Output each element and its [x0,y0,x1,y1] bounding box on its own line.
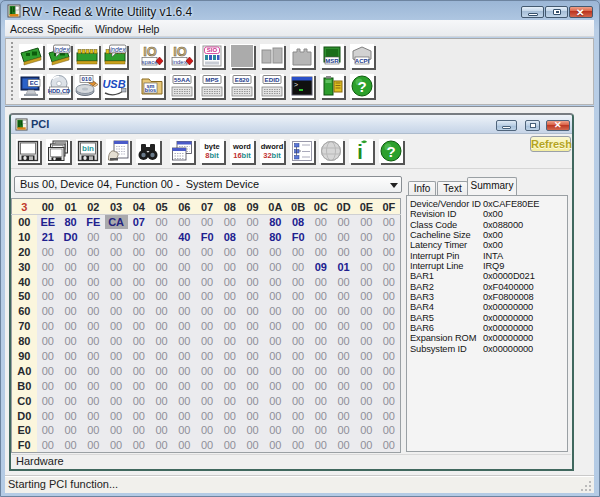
svg-text:MPS: MPS [205,76,218,83]
svg-text:IO: IO [143,44,157,59]
svg-text:8bit: 8bit [205,151,219,160]
svg-text:IO: IO [173,44,187,59]
svg-text:>: > [294,81,298,88]
svg-text:i: i [357,141,363,163]
svg-text:bin: bin [82,144,94,153]
svg-text:USB: USB [103,78,126,90]
svg-text:word: word [232,142,251,151]
svg-text:E820: E820 [235,76,250,83]
svg-text:index: index [54,46,70,53]
svg-text:space: space [141,59,158,65]
svg-text:index: index [110,46,126,53]
svg-text:010: 010 [81,76,92,82]
svg-text:index: index [172,59,186,65]
svg-text:dword: dword [261,142,284,151]
svg-text:SIO: SIO [207,47,218,53]
svg-text:?: ? [357,78,366,95]
svg-text:ACPI: ACPI [355,58,370,64]
svg-text:55AA: 55AA [174,76,190,83]
svg-text:?: ? [386,143,395,160]
svg-text:MSR: MSR [325,58,339,64]
svg-text:32bit: 32bit [263,151,281,160]
svg-text:byte: byte [204,142,219,151]
svg-text:EDID: EDID [265,76,280,83]
svg-text:EC: EC [30,80,39,86]
svg-text:16bit: 16bit [233,151,251,160]
svg-text:HDD,CD: HDD,CD [48,88,71,94]
svg-text:bios: bios [145,87,156,93]
